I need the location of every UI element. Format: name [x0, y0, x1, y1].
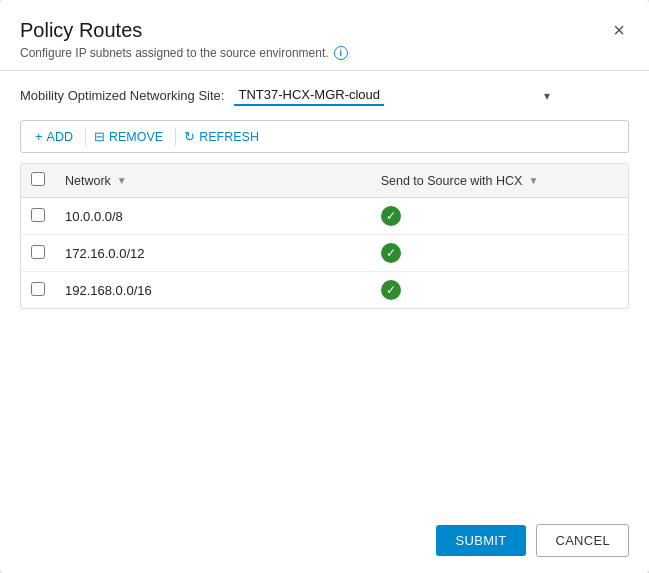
table-row: 192.168.0.0/16✓ — [21, 272, 628, 309]
site-select-wrapper: TNT37-HCX-MGR-cloud — [234, 85, 554, 106]
table-body: 10.0.0.0/8✓172.16.0.0/12✓192.168.0.0/16✓ — [21, 198, 628, 309]
refresh-icon: ↻ — [184, 129, 195, 144]
table-row: 172.16.0.0/12✓ — [21, 235, 628, 272]
row-checkbox-2[interactable] — [31, 282, 45, 296]
send-check-icon-2: ✓ — [381, 280, 401, 300]
send-filter-icon[interactable]: ▼ — [528, 175, 538, 186]
row-send-2: ✓ — [371, 272, 628, 309]
remove-label: REMOVE — [109, 130, 163, 144]
send-check-icon-0: ✓ — [381, 206, 401, 226]
row-checkbox-0[interactable] — [31, 208, 45, 222]
send-col-label: Send to Source with HCX — [381, 174, 523, 188]
network-col-label: Network — [65, 174, 111, 188]
table-header-row: Network ▼ Send to Source with HCX ▼ — [21, 164, 628, 198]
close-button[interactable]: × — [609, 18, 629, 42]
remove-icon: ⊟ — [94, 129, 105, 144]
dialog-title: Policy Routes — [20, 19, 142, 42]
dialog-footer: SUBMIT CANCEL — [0, 508, 649, 573]
info-icon[interactable]: i — [334, 46, 348, 60]
cancel-button[interactable]: CANCEL — [536, 524, 629, 557]
table-row: 10.0.0.0/8✓ — [21, 198, 628, 235]
policy-routes-dialog: Policy Routes × Configure IP subnets ass… — [0, 0, 649, 573]
toolbar-divider-2 — [175, 128, 176, 146]
dialog-body: Mobility Optimized Networking Site: TNT3… — [0, 71, 649, 508]
header-checkbox-cell — [21, 164, 55, 198]
toolbar-divider-1 — [85, 128, 86, 146]
row-send-0: ✓ — [371, 198, 628, 235]
row-network-0: 10.0.0.0/8 — [55, 198, 371, 235]
site-row: Mobility Optimized Networking Site: TNT3… — [20, 85, 629, 106]
row-send-1: ✓ — [371, 235, 628, 272]
row-network-2: 192.168.0.0/16 — [55, 272, 371, 309]
site-select[interactable]: TNT37-HCX-MGR-cloud — [234, 85, 384, 106]
header-network: Network ▼ — [55, 164, 371, 198]
remove-button[interactable]: ⊟ REMOVE — [90, 127, 171, 146]
add-button[interactable]: + ADD — [31, 127, 81, 146]
row-network-1: 172.16.0.0/12 — [55, 235, 371, 272]
dialog-subtitle: Configure IP subnets assigned to the sou… — [20, 46, 629, 60]
row-checkbox-1[interactable] — [31, 245, 45, 259]
row-checkbox-cell — [21, 272, 55, 309]
add-label: ADD — [47, 130, 73, 144]
submit-button[interactable]: SUBMIT — [436, 525, 527, 556]
row-checkbox-cell — [21, 235, 55, 272]
dialog-header: Policy Routes × Configure IP subnets ass… — [0, 0, 649, 71]
network-filter-icon[interactable]: ▼ — [117, 175, 127, 186]
table-wrapper: Network ▼ Send to Source with HCX ▼ — [20, 163, 629, 309]
send-check-icon-1: ✓ — [381, 243, 401, 263]
header-send: Send to Source with HCX ▼ — [371, 164, 628, 198]
row-checkbox-cell — [21, 198, 55, 235]
site-label: Mobility Optimized Networking Site: — [20, 88, 224, 103]
policy-routes-table: Network ▼ Send to Source with HCX ▼ — [21, 164, 628, 308]
refresh-label: REFRESH — [199, 130, 259, 144]
add-icon: + — [35, 129, 43, 144]
refresh-button[interactable]: ↻ REFRESH — [180, 127, 267, 146]
header-checkbox[interactable] — [31, 172, 45, 186]
subtitle-text: Configure IP subnets assigned to the sou… — [20, 46, 329, 60]
toolbar: + ADD ⊟ REMOVE ↻ REFRESH — [20, 120, 629, 153]
